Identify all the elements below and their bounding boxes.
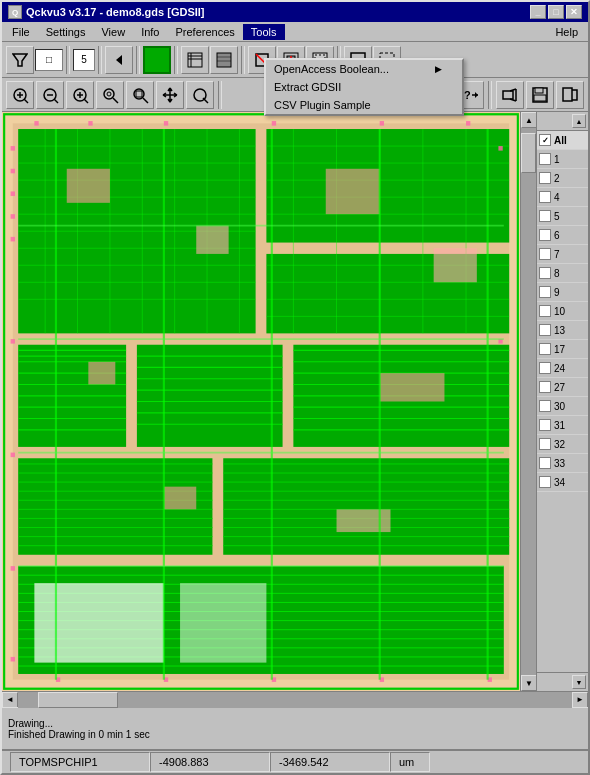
menu-file[interactable]: File	[4, 24, 38, 40]
menu-preferences[interactable]: Preferences	[168, 24, 243, 40]
export-button[interactable]	[556, 81, 584, 109]
layer-31-label: 31	[554, 420, 565, 431]
scroll-up-button[interactable]: ▲	[521, 112, 537, 128]
layer-6-checkbox[interactable]	[539, 229, 551, 241]
tools-menu-openaccess[interactable]: OpenAccess Boolean...	[266, 60, 462, 78]
layer-33-label: 33	[554, 458, 565, 469]
layer-1-checkbox[interactable]	[539, 153, 551, 165]
save-view-button[interactable]	[526, 81, 554, 109]
svg-rect-148	[326, 169, 380, 214]
resize-button[interactable]	[496, 81, 524, 109]
layer-9-checkbox[interactable]	[539, 286, 551, 298]
h-scrollbar-thumb[interactable]	[38, 692, 118, 708]
zoom-out-button[interactable]	[36, 81, 64, 109]
layer-row-5[interactable]: 5	[537, 207, 588, 226]
layer-row-33[interactable]: 33	[537, 454, 588, 473]
arrow-left-button[interactable]	[105, 46, 133, 74]
minimize-button[interactable]: _	[530, 5, 546, 19]
layer-row-27[interactable]: 27	[537, 378, 588, 397]
layer-row-13[interactable]: 13	[537, 321, 588, 340]
maximize-button[interactable]: □	[548, 5, 564, 19]
layer-row-8[interactable]: 8	[537, 264, 588, 283]
pan-button[interactable]	[156, 81, 184, 109]
layer-row-31[interactable]: 31	[537, 416, 588, 435]
layer-panel-scroll-up[interactable]: ▲	[537, 112, 588, 131]
layer-row-10[interactable]: 10	[537, 302, 588, 321]
toolbar-sep-5	[241, 46, 245, 74]
layer-8-checkbox[interactable]	[539, 267, 551, 279]
layer-row-9[interactable]: 9	[537, 283, 588, 302]
layer-13-label: 13	[554, 325, 565, 336]
layer-all-row[interactable]: All	[537, 131, 588, 150]
layer-4-checkbox[interactable]	[539, 191, 551, 203]
zoom-in-button[interactable]	[66, 81, 94, 109]
svg-rect-165	[498, 146, 502, 151]
layer-row-1[interactable]: 1	[537, 150, 588, 169]
bottom-bar: TOPMSPCHIP1 -4908.883 -3469.542 um	[2, 749, 588, 773]
pattern-button-1[interactable]	[181, 46, 209, 74]
zoom-full-button[interactable]	[126, 81, 154, 109]
layer-row-34[interactable]: 34	[537, 473, 588, 492]
menu-help[interactable]: Help	[547, 24, 586, 40]
menu-tools[interactable]: Tools	[243, 24, 285, 40]
layer-31-checkbox[interactable]	[539, 419, 551, 431]
svg-rect-161	[11, 339, 15, 344]
layer-5-checkbox[interactable]	[539, 210, 551, 222]
layer-10-checkbox[interactable]	[539, 305, 551, 317]
scroll-down-button[interactable]: ▼	[521, 675, 537, 691]
layer-17-checkbox[interactable]	[539, 343, 551, 355]
horizontal-scrollbar[interactable]: ◄ ►	[2, 691, 588, 707]
toolbar-sep-2	[98, 46, 102, 74]
layer-row-32[interactable]: 32	[537, 435, 588, 454]
layer-27-checkbox[interactable]	[539, 381, 551, 393]
layer-row-2[interactable]: 2	[537, 169, 588, 188]
scrollbar-thumb[interactable]	[521, 133, 536, 173]
h-scrollbar-track[interactable]	[18, 692, 572, 708]
layer-17-label: 17	[554, 344, 565, 355]
layer-34-checkbox[interactable]	[539, 476, 551, 488]
svg-rect-167	[34, 121, 38, 126]
layer-row-6[interactable]: 6	[537, 226, 588, 245]
layer-row-7[interactable]: 7	[537, 245, 588, 264]
svg-rect-170	[272, 121, 276, 126]
close-button[interactable]: ✕	[566, 5, 582, 19]
layer-13-checkbox[interactable]	[539, 324, 551, 336]
layer-33-checkbox[interactable]	[539, 457, 551, 469]
layer-all-checkbox[interactable]	[539, 134, 551, 146]
layer-scroll-up[interactable]: ▲	[572, 114, 586, 128]
layer-scroll-down[interactable]: ▼	[572, 675, 586, 689]
layer-30-checkbox[interactable]	[539, 400, 551, 412]
scroll-right-button[interactable]: ►	[572, 692, 588, 708]
layer-row-30[interactable]: 30	[537, 397, 588, 416]
svg-line-26	[84, 99, 88, 103]
layer-7-checkbox[interactable]	[539, 248, 551, 260]
refresh-button[interactable]	[186, 81, 214, 109]
vertical-scrollbar[interactable]: ▲ ▼	[520, 112, 536, 691]
layer-32-checkbox[interactable]	[539, 438, 551, 450]
menu-settings[interactable]: Settings	[38, 24, 94, 40]
scrollbar-track[interactable]	[521, 128, 536, 675]
menu-view[interactable]: View	[93, 24, 133, 40]
tools-menu-csv-plugin[interactable]: CSV Plugin Sample	[266, 96, 462, 114]
layer-34-label: 34	[554, 477, 565, 488]
svg-line-42	[510, 99, 516, 101]
filter-input[interactable]: □	[35, 49, 63, 71]
menu-info[interactable]: Info	[133, 24, 167, 40]
layer-2-checkbox[interactable]	[539, 172, 551, 184]
canvas-container[interactable]	[2, 112, 520, 691]
layer-row-4[interactable]: 4	[537, 188, 588, 207]
svg-point-31	[107, 92, 111, 96]
zoom-area-button[interactable]	[96, 81, 124, 109]
pattern-button-2[interactable]	[210, 46, 238, 74]
layer-24-checkbox[interactable]	[539, 362, 551, 374]
filter-button[interactable]	[6, 46, 34, 74]
layer-row-24[interactable]: 24	[537, 359, 588, 378]
svg-rect-151	[380, 373, 445, 401]
color-box[interactable]	[143, 46, 171, 74]
scroll-left-button[interactable]: ◄	[2, 692, 18, 708]
layer-row-17[interactable]: 17	[537, 340, 588, 359]
zoom-fit-button[interactable]	[6, 81, 34, 109]
tools-menu-extract-gdsii[interactable]: Extract GDSII	[266, 78, 462, 96]
svg-rect-2	[188, 53, 202, 67]
layer-field[interactable]: 5	[73, 49, 95, 71]
